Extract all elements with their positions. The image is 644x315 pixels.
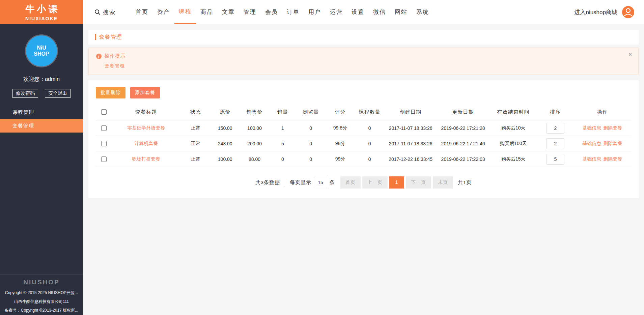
cell-sales: 5 bbox=[269, 136, 296, 151]
first-page-button[interactable]: 首页 bbox=[340, 176, 361, 189]
cell-sales: 0 bbox=[269, 151, 296, 167]
col-header-course-count: 课程数量 bbox=[355, 104, 384, 120]
col-header-valid-end: 有效结束时间 bbox=[489, 104, 537, 120]
nav-item-goods[interactable]: 商品 bbox=[196, 0, 218, 24]
nav-item-course[interactable]: 课程 bbox=[174, 0, 196, 24]
col-header-sort: 排序 bbox=[537, 104, 573, 120]
row-checkbox[interactable] bbox=[101, 141, 107, 146]
row-checkbox[interactable] bbox=[101, 156, 107, 162]
sidebar-item-package-management[interactable]: 套餐管理 bbox=[0, 119, 83, 133]
cell-status: 正常 bbox=[181, 136, 210, 151]
delete-package-link[interactable]: 删除套餐 bbox=[603, 156, 622, 162]
sidebar-item-course-management[interactable]: 课程管理 bbox=[0, 106, 83, 119]
prev-page-button[interactable]: 上一页 bbox=[362, 176, 388, 189]
nav-item-system[interactable]: 系统 bbox=[412, 0, 433, 24]
enter-store-link[interactable]: 进入niushop商城 bbox=[574, 8, 617, 16]
cell-views: 0 bbox=[296, 136, 326, 151]
nav-item-home[interactable]: 首页 bbox=[131, 0, 153, 24]
title-accent-bar bbox=[95, 34, 96, 40]
package-title-link[interactable]: 计算机套餐 bbox=[134, 141, 158, 146]
topbar: 搜索 首页 资产 课程 商品 文章 管理 会员 订单 用户 运营 设置 微信 网… bbox=[83, 0, 644, 24]
cell-created: 2017-12-22 16:33:45 bbox=[384, 151, 437, 167]
package-title-link[interactable]: 职场打拼套餐 bbox=[132, 156, 160, 162]
cell-score: 98分 bbox=[326, 136, 355, 151]
sort-input[interactable] bbox=[546, 138, 564, 149]
table-header-row: 套餐标题 状态 原价 销售价 销量 浏览量 评分 课程数量 创建日期 更新日期 … bbox=[96, 104, 631, 120]
row-checkbox[interactable] bbox=[101, 125, 107, 131]
change-password-button[interactable]: 修改密码 bbox=[12, 89, 38, 98]
search-trigger[interactable]: 搜索 bbox=[94, 8, 116, 16]
page-title: 套餐管理 bbox=[99, 34, 122, 41]
sidebar-footer: NIUSHOP Copyright © 2015-2025 NIUSHOP开源.… bbox=[0, 274, 83, 315]
cell-course-count: 0 bbox=[355, 136, 384, 151]
nav-item-user[interactable]: 用户 bbox=[304, 0, 326, 24]
logout-button[interactable]: 安全退出 bbox=[45, 89, 71, 98]
shop-logo-line2: SHOP bbox=[34, 51, 49, 57]
cell-updated: 2019-06-22 17:22:03 bbox=[437, 151, 489, 167]
per-page-unit: 条 bbox=[330, 179, 335, 186]
col-header-price: 原价 bbox=[211, 104, 240, 120]
nav-item-settings[interactable]: 设置 bbox=[347, 0, 369, 24]
cell-price: 248.00 bbox=[211, 136, 240, 151]
page-title-panel: 套餐管理 bbox=[88, 30, 639, 45]
search-icon bbox=[94, 9, 101, 15]
cell-sales: 1 bbox=[269, 120, 296, 136]
welcome-text: 欢迎您：admin bbox=[0, 76, 83, 83]
shop-logo-line1: NiU bbox=[37, 45, 46, 51]
per-page-input[interactable] bbox=[314, 177, 327, 188]
package-title-link[interactable]: 零基础学外语套餐 bbox=[127, 125, 165, 131]
nav-item-assets[interactable]: 资产 bbox=[153, 0, 174, 24]
cell-valid-end: 购买后10天 bbox=[489, 120, 537, 136]
app-logo-title: 牛小课 bbox=[23, 3, 60, 15]
col-header-score: 评分 bbox=[326, 104, 355, 120]
app-logo: 牛小课 NIUXIAOKE bbox=[0, 0, 83, 24]
col-header-title: 套餐标题 bbox=[111, 104, 181, 120]
basic-info-link[interactable]: 基础信息 bbox=[582, 156, 601, 162]
nav-item-website[interactable]: 网站 bbox=[390, 0, 412, 24]
cell-updated: 2019-06-22 17:21:46 bbox=[437, 136, 489, 151]
close-icon[interactable]: × bbox=[628, 52, 632, 57]
main-nav: 首页 资产 课程 商品 文章 管理 会员 订单 用户 运营 设置 微信 网站 系… bbox=[131, 0, 433, 24]
nav-item-order[interactable]: 订单 bbox=[282, 0, 304, 24]
cell-score: 99分 bbox=[326, 151, 355, 167]
last-page-button[interactable]: 末页 bbox=[433, 176, 453, 189]
cell-valid-end: 购买后100天 bbox=[489, 136, 537, 151]
sort-input[interactable] bbox=[546, 154, 564, 165]
sidebar: 牛小课 NIUXIAOKE NiU SHOP 欢迎您：admin 修改密码 安全… bbox=[0, 0, 83, 315]
select-all-checkbox[interactable] bbox=[101, 109, 107, 115]
nav-item-manage[interactable]: 管理 bbox=[239, 0, 261, 24]
cell-price: 150.00 bbox=[211, 120, 240, 136]
sort-input[interactable] bbox=[546, 123, 564, 134]
footer-copyright-line: Copyright © 2015-2025 NIUSHOP开源... bbox=[0, 290, 83, 296]
app-logo-subtitle: NIUXIAOKE bbox=[25, 16, 58, 21]
cell-views: 0 bbox=[296, 151, 326, 167]
cell-sale-price: 200.00 bbox=[240, 136, 269, 151]
current-page-button[interactable]: 1 bbox=[389, 176, 404, 189]
cell-score: 99.8分 bbox=[326, 120, 355, 136]
add-package-button[interactable]: 添加套餐 bbox=[130, 87, 160, 98]
search-label: 搜索 bbox=[103, 8, 116, 16]
per-page-label: 每页显示 bbox=[290, 179, 311, 186]
main-content: 套餐管理 i 操作提示 套餐管理 × 批量删除 添加套餐 套餐标题 bbox=[83, 24, 644, 315]
alert-title: 操作提示 bbox=[104, 53, 126, 59]
nav-item-member[interactable]: 会员 bbox=[261, 0, 282, 24]
delete-package-link[interactable]: 删除套餐 bbox=[603, 125, 622, 131]
nav-item-operation[interactable]: 运营 bbox=[326, 0, 347, 24]
cell-sale-price: 88.00 bbox=[240, 151, 269, 167]
batch-delete-button[interactable]: 批量删除 bbox=[96, 87, 125, 98]
cell-valid-end: 购买后15天 bbox=[489, 151, 537, 167]
nav-item-article[interactable]: 文章 bbox=[218, 0, 239, 24]
cell-status: 正常 bbox=[181, 120, 210, 136]
basic-info-link[interactable]: 基础信息 bbox=[582, 125, 601, 131]
pagination: 共3条数据 每页显示 条 首页 上一页 1 下一页 末页 共1页 bbox=[96, 176, 631, 189]
user-avatar-icon[interactable] bbox=[622, 6, 635, 19]
shop-logo-badge: NiU SHOP bbox=[26, 35, 57, 66]
table-row: 职场打拼套餐 正常 100.00 88.00 0 0 99分 0 2017-12… bbox=[96, 151, 631, 167]
cell-course-count: 0 bbox=[355, 151, 384, 167]
next-page-button[interactable]: 下一页 bbox=[406, 176, 431, 189]
nav-item-wechat[interactable]: 微信 bbox=[369, 0, 390, 24]
delete-package-link[interactable]: 删除套餐 bbox=[603, 141, 622, 146]
cell-created: 2017-11-07 18:33:26 bbox=[384, 120, 437, 136]
basic-info-link[interactable]: 基础信息 bbox=[582, 141, 601, 146]
col-header-actions: 操作 bbox=[573, 104, 631, 120]
